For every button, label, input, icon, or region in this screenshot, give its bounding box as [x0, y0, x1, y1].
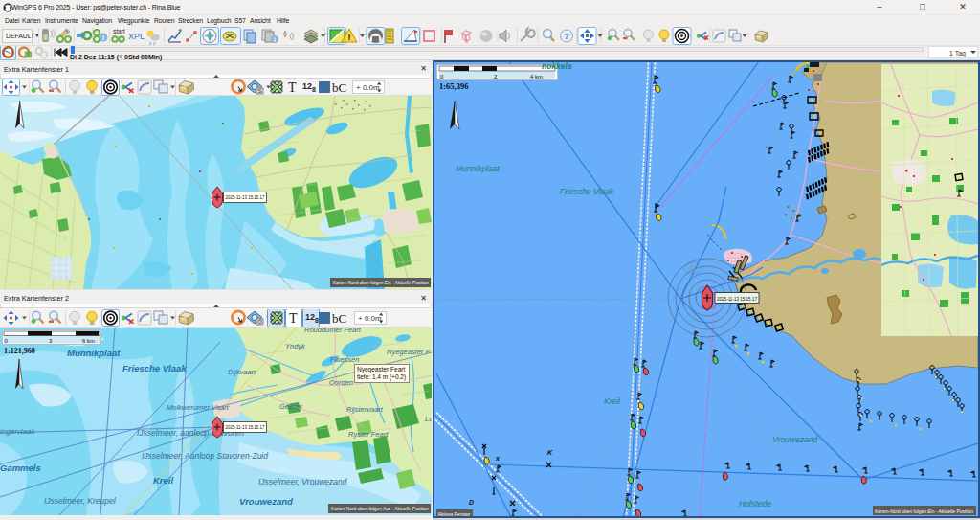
svg-text:Ryster Feart: Ryster Feart [348, 430, 389, 439]
svg-text:Nyegeaster Feart: Nyegeaster Feart [357, 366, 405, 373]
svg-text:T: T [289, 311, 298, 326]
svg-text:2025-11-13 15.15.17: 2025-11-13 15.15.17 [226, 194, 265, 200]
svg-text:Dijkvaart: Dijkvaart [228, 368, 256, 376]
svg-text:+ 0.0m: + 0.0m [356, 83, 380, 92]
svg-text:Oorden: Oorden [329, 378, 353, 387]
svg-text:start: start [113, 28, 125, 34]
svg-text:i: i [274, 36, 276, 43]
svg-text:!: ! [348, 33, 351, 42]
svg-text:Fluessen: Fluessen [330, 355, 359, 364]
svg-text:6 km: 6 km [82, 338, 95, 344]
svg-text:Karten-Nord oben folgen Ein -: Karten-Nord oben folgen Ein - Aktuelle P… [875, 509, 973, 514]
svg-text:Vrouwezand: Vrouwezand [772, 435, 817, 444]
svg-text:+ 0.0m: + 0.0m [358, 314, 382, 323]
svg-text:Friesche Vlaak: Friesche Vlaak [560, 187, 614, 196]
svg-text:Kreil: Kreil [604, 396, 621, 406]
svg-text:ingervlaak: ingervlaak [0, 427, 35, 436]
svg-text:4 km: 4 km [530, 74, 543, 79]
svg-text:i: i [102, 34, 104, 41]
svg-text:bC: bC [332, 311, 346, 326]
svg-text:T: T [288, 80, 297, 95]
svg-text:Karten-Nord oben folgen Ein -: Karten-Nord oben folgen Ein - Aktuelle P… [333, 280, 429, 285]
svg-text:Yndyk: Yndyk [285, 342, 306, 350]
svg-text:Munnikplaat: Munnikplaat [456, 164, 500, 173]
svg-text:Geeuw: Geeuw [279, 402, 302, 411]
svg-text:8: 8 [315, 317, 319, 324]
svg-text:nokkels: nokkels [542, 62, 572, 71]
svg-text:Karten-Nord oben folgen Aus -: Karten-Nord oben folgen Aus - Aktuelle P… [331, 506, 429, 511]
svg-text:2025-11-13 15.15.17: 2025-11-13 15.15.17 [226, 424, 265, 430]
svg-text:2025-11-13 15.15.17: 2025-11-13 15.15.17 [717, 296, 757, 302]
svg-text:Nyegeaster F: Nyegeaster F [387, 348, 430, 356]
svg-text:D: D [469, 499, 474, 506]
svg-text:Rouddumer Feart: Rouddumer Feart [304, 328, 362, 334]
svg-text:IJsselmeer, Aanloop Stavoren-Z: IJsselmeer, Aanloop Stavoren-Zuid [142, 451, 268, 461]
svg-text:Hofstede: Hofstede [739, 499, 771, 509]
svg-text:tiefe: 1.4 m (+0.2): tiefe: 1.4 m (+0.2) [357, 373, 406, 381]
svg-text:?: ? [564, 32, 569, 41]
svg-text:Luts: Luts [425, 415, 432, 423]
svg-text:bC: bC [332, 80, 346, 95]
svg-text:1:121,968: 1:121,968 [4, 347, 35, 355]
svg-text:12: 12 [302, 81, 312, 91]
svg-text:XPL: XPL [128, 32, 145, 41]
svg-text:Gammels: Gammels [0, 463, 41, 473]
svg-text:IJsselmeer, Vrouwezand: IJsselmeer, Vrouwezand [258, 477, 347, 486]
svg-text:8: 8 [312, 86, 316, 93]
svg-text:Vrouwezand: Vrouwezand [239, 496, 293, 507]
svg-text:Molkwerumer Vaart: Molkwerumer Vaart [167, 403, 230, 412]
svg-text:Friesche Vlaak: Friesche Vlaak [122, 363, 187, 373]
svg-text:Kreil: Kreil [153, 475, 173, 486]
svg-text:Aktives Fenster: Aktives Fenster [438, 511, 471, 516]
svg-text:S: S [257, 88, 261, 94]
svg-text:Munnikplaat: Munnikplaat [67, 348, 121, 358]
svg-text:O: O [257, 319, 262, 325]
svg-text:Rijstervaart: Rijstervaart [346, 405, 384, 414]
svg-text:1:65,396: 1:65,396 [439, 81, 468, 91]
svg-text:12: 12 [305, 312, 315, 322]
svg-text:34: 34 [688, 265, 696, 272]
svg-text:IJsselmeer, Kreupel: IJsselmeer, Kreupel [44, 496, 117, 506]
